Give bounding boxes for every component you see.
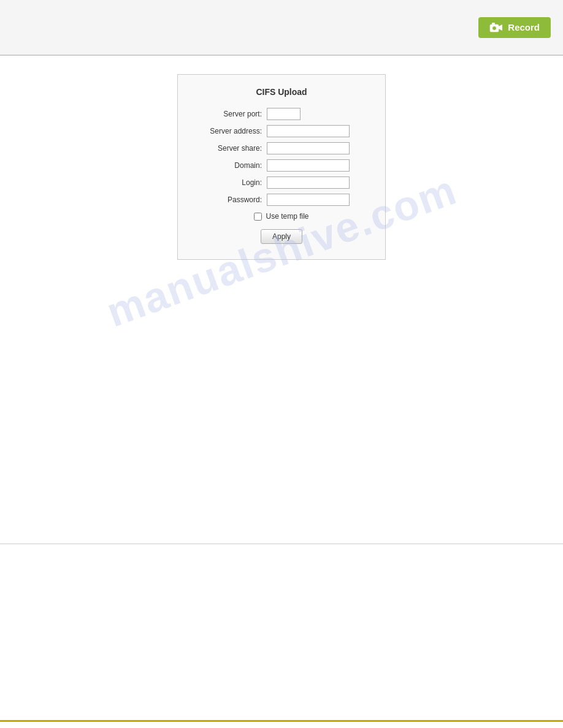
svg-marker-2	[499, 25, 502, 31]
cifs-panel-title: CIFS Upload	[196, 87, 367, 97]
login-row: Login:	[196, 176, 367, 189]
server-address-input[interactable]	[267, 125, 350, 137]
footer-line	[0, 720, 563, 722]
domain-input[interactable]	[267, 159, 350, 172]
server-port-input[interactable]	[267, 108, 301, 120]
login-input[interactable]	[267, 176, 350, 189]
apply-button[interactable]: Apply	[261, 229, 302, 244]
password-label: Password:	[196, 195, 267, 204]
top-bar: Record	[0, 0, 563, 55]
server-port-label: Server port:	[196, 110, 267, 118]
bottom-divider	[0, 544, 563, 544]
server-share-row: Server share:	[196, 142, 367, 154]
login-label: Login:	[196, 178, 267, 187]
apply-row: Apply	[196, 229, 367, 244]
cifs-panel: CIFS Upload Server port: Server address:…	[177, 74, 386, 260]
svg-point-1	[492, 26, 497, 30]
server-address-row: Server address:	[196, 125, 367, 137]
server-share-input[interactable]	[267, 142, 350, 154]
use-temp-file-row: Use temp file	[196, 212, 367, 221]
record-button-label: Record	[508, 22, 540, 32]
camera-icon	[489, 22, 503, 33]
domain-label: Domain:	[196, 161, 267, 170]
server-port-row: Server port:	[196, 108, 367, 120]
domain-row: Domain:	[196, 159, 367, 172]
main-content: CIFS Upload Server port: Server address:…	[0, 56, 563, 278]
use-temp-file-checkbox[interactable]	[254, 213, 262, 221]
password-input[interactable]	[267, 194, 350, 206]
password-row: Password:	[196, 194, 367, 206]
use-temp-file-label[interactable]: Use temp file	[266, 212, 308, 221]
svg-rect-3	[492, 23, 495, 25]
server-share-label: Server share:	[196, 144, 267, 153]
server-address-label: Server address:	[196, 127, 267, 135]
record-button[interactable]: Record	[478, 17, 551, 38]
